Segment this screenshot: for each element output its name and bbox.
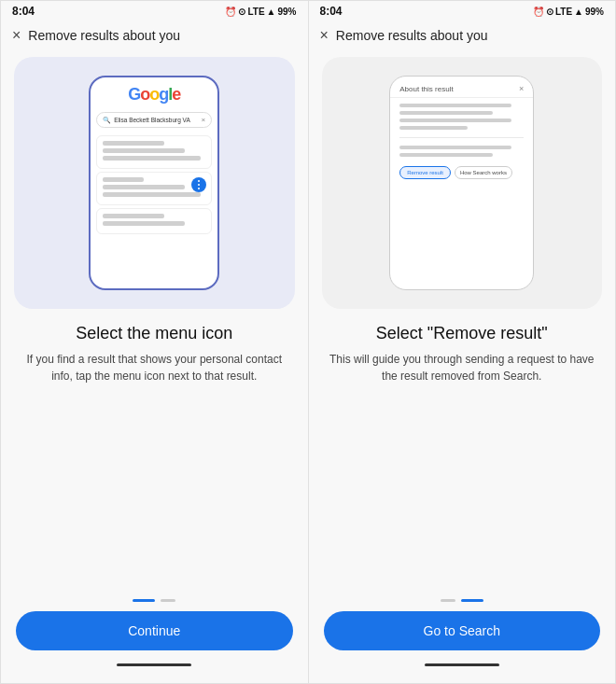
circle-icon-2: ⊙ bbox=[546, 7, 553, 17]
g-letter-o2: o bbox=[149, 85, 159, 104]
dialog-line-5 bbox=[399, 146, 511, 149]
dialog-line-1 bbox=[399, 104, 511, 107]
home-indicator-1 bbox=[117, 663, 191, 666]
screen-2: 8:04 ⏰ ⊙ LTE ▲ 99% × Remove results abou… bbox=[309, 1, 616, 683]
close-button-2[interactable]: × bbox=[320, 27, 329, 44]
line-7 bbox=[103, 214, 164, 218]
g-letter-o1: o bbox=[140, 85, 149, 104]
dialog-header: About this result × bbox=[390, 77, 533, 98]
section-desc-1: If you find a result that shows your per… bbox=[16, 351, 293, 384]
dialog-frame: About this result × Remove result How Se… bbox=[389, 76, 534, 290]
top-bar-2: × Remove results about you bbox=[309, 21, 616, 51]
time-2: 8:04 bbox=[320, 5, 343, 18]
result-block-3 bbox=[96, 208, 212, 234]
dialog-buttons: Remove result How Search works bbox=[399, 166, 524, 179]
dialog-line-6 bbox=[399, 153, 493, 157]
alarm-icon-2: ⏰ bbox=[533, 7, 544, 17]
top-bar-title-2: Remove results about you bbox=[336, 28, 488, 43]
phone-results bbox=[96, 135, 212, 234]
status-icons-2: ⏰ ⊙ LTE ▲ 99% bbox=[533, 7, 604, 17]
content-section-1: Select the menu icon If you find a resul… bbox=[1, 314, 308, 592]
phone-frame-1: Google 🔍 Elisa Beckett Blacksburg VA × bbox=[89, 76, 219, 290]
status-bar-2: 8:04 ⏰ ⊙ LTE ▲ 99% bbox=[309, 1, 616, 21]
dialog-line-2 bbox=[399, 111, 493, 115]
progress-dot-inactive-2 bbox=[441, 599, 455, 602]
dialog-line-4 bbox=[399, 126, 468, 130]
phone-search-bar: 🔍 Elisa Beckett Blacksburg VA × bbox=[96, 112, 212, 128]
dialog-line-3 bbox=[399, 119, 511, 122]
search-icon-phone: 🔍 bbox=[103, 117, 111, 124]
alarm-icon: ⏰ bbox=[225, 7, 236, 17]
line-6 bbox=[103, 192, 201, 197]
section-title-1: Select the menu icon bbox=[16, 324, 293, 343]
line-4 bbox=[103, 177, 144, 182]
menu-dots-icon[interactable] bbox=[191, 177, 206, 192]
progress-dot-inactive bbox=[161, 599, 175, 602]
dot-1 bbox=[198, 180, 200, 182]
battery-label: 99% bbox=[277, 7, 296, 17]
battery-label-2: 99% bbox=[585, 7, 604, 17]
continue-button[interactable]: Continue bbox=[16, 611, 293, 650]
dot-2 bbox=[198, 184, 200, 186]
dot-3 bbox=[198, 188, 200, 189]
signal-icon: ▲ bbox=[267, 7, 276, 17]
dialog-body: Remove result How Search works bbox=[390, 98, 533, 289]
line-5 bbox=[103, 185, 185, 189]
progress-indicator-1 bbox=[133, 599, 175, 602]
lte-label-2: LTE bbox=[555, 7, 572, 17]
circle-icon: ⊙ bbox=[238, 7, 245, 17]
g-letter-g2: g bbox=[159, 85, 168, 104]
top-bar-title-1: Remove results about you bbox=[28, 28, 180, 43]
google-logo: Google bbox=[96, 85, 212, 105]
phone-search-text: Elisa Beckett Blacksburg VA bbox=[114, 117, 198, 123]
progress-dot-active bbox=[133, 599, 155, 602]
progress-dot-active-2 bbox=[461, 599, 483, 602]
go-to-search-button[interactable]: Go to Search bbox=[324, 611, 601, 650]
line-1 bbox=[103, 141, 164, 146]
status-bar-1: 8:04 ⏰ ⊙ LTE ▲ 99% bbox=[1, 1, 308, 21]
remove-result-button[interactable]: Remove result bbox=[399, 166, 451, 179]
g-letter-g: G bbox=[128, 85, 140, 104]
home-indicator-2 bbox=[425, 663, 499, 666]
close-button-1[interactable]: × bbox=[12, 27, 21, 44]
search-clear-icon: × bbox=[202, 116, 206, 124]
time-1: 8:04 bbox=[12, 5, 35, 18]
top-bar-1: × Remove results about you bbox=[1, 21, 308, 51]
lte-label: LTE bbox=[247, 7, 264, 17]
progress-indicator-2 bbox=[441, 599, 483, 602]
line-8 bbox=[103, 221, 185, 226]
result-block-1 bbox=[96, 135, 212, 169]
dialog-divider bbox=[399, 137, 524, 138]
result-block-2 bbox=[96, 172, 212, 205]
bottom-area-1: Continue bbox=[1, 592, 308, 683]
screen-1: 8:04 ⏰ ⊙ LTE ▲ 99% × Remove results abou… bbox=[1, 1, 309, 683]
section-desc-2: This will guide you through sending a re… bbox=[324, 351, 601, 384]
line-2 bbox=[103, 148, 185, 153]
line-3 bbox=[103, 156, 201, 161]
g-letter-e: e bbox=[172, 85, 180, 104]
phone-mockup-area-2: About this result × Remove result How Se… bbox=[322, 57, 603, 309]
status-icons-1: ⏰ ⊙ LTE ▲ 99% bbox=[225, 7, 296, 17]
content-section-2: Select "Remove result" This will guide y… bbox=[309, 314, 616, 592]
bottom-area-2: Go to Search bbox=[309, 592, 616, 683]
how-search-works-button[interactable]: How Search works bbox=[455, 166, 512, 179]
signal-icon-2: ▲ bbox=[574, 7, 583, 17]
phone-mockup-area-1: Google 🔍 Elisa Beckett Blacksburg VA × bbox=[14, 57, 295, 309]
dialog-title: About this result bbox=[399, 85, 453, 93]
dialog-close-icon[interactable]: × bbox=[519, 84, 524, 93]
section-title-2: Select "Remove result" bbox=[324, 324, 601, 343]
